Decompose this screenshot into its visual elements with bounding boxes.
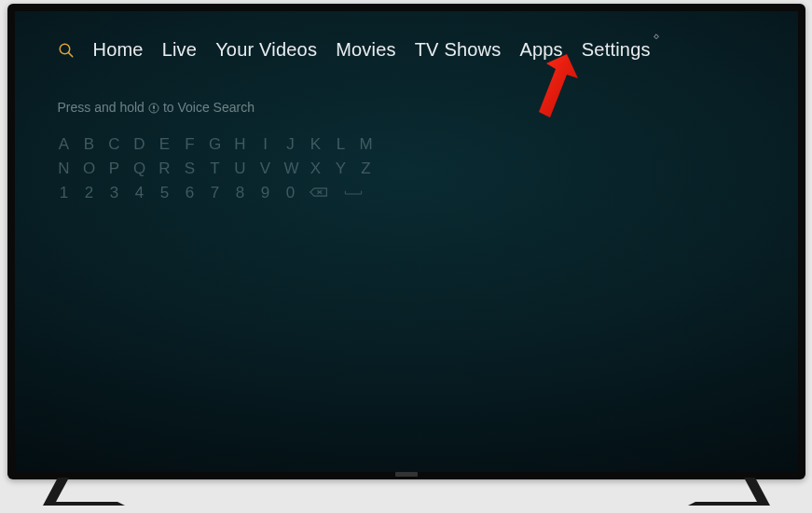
key[interactable]: R <box>158 159 172 178</box>
key[interactable]: Q <box>133 159 146 178</box>
key[interactable]: 3 <box>108 184 121 202</box>
tv-brand-logo <box>395 472 418 477</box>
key[interactable]: L <box>335 135 348 154</box>
nav-apps[interactable]: Apps <box>519 39 562 61</box>
top-navigation: Home Live Your Videos Movies TV Shows Ap… <box>58 39 755 61</box>
tv-leg-right <box>688 478 770 506</box>
key[interactable]: N <box>58 159 71 178</box>
key[interactable]: W <box>284 159 297 178</box>
key[interactable]: O <box>83 159 96 178</box>
key[interactable]: I <box>259 135 272 154</box>
key[interactable]: 8 <box>234 184 247 202</box>
nav-settings[interactable]: Settings <box>582 39 651 61</box>
svg-rect-3 <box>153 105 155 109</box>
key[interactable]: J <box>284 135 297 154</box>
nav-home[interactable]: Home <box>93 39 144 61</box>
key[interactable]: Z <box>360 159 373 178</box>
key[interactable]: A <box>58 135 71 154</box>
nav-tv-shows[interactable]: TV Shows <box>415 39 502 61</box>
key[interactable]: 5 <box>158 184 172 202</box>
notification-badge-icon <box>653 34 660 41</box>
key[interactable]: Y <box>335 159 348 178</box>
key[interactable]: 9 <box>259 184 272 202</box>
key[interactable]: T <box>209 159 222 178</box>
key[interactable]: 1 <box>58 184 71 202</box>
svg-line-1 <box>68 52 72 56</box>
key[interactable]: P <box>108 159 121 178</box>
key[interactable]: H <box>234 135 247 154</box>
key[interactable]: V <box>259 159 272 178</box>
key[interactable]: S <box>184 159 197 178</box>
tv-bezel: Home Live Your Videos Movies TV Shows Ap… <box>7 4 805 479</box>
annotation-arrow-icon <box>526 54 578 136</box>
key[interactable]: 2 <box>83 184 96 202</box>
key[interactable]: C <box>108 135 121 154</box>
key[interactable]: E <box>158 135 172 154</box>
tv-screen: Home Live Your Videos Movies TV Shows Ap… <box>15 11 798 472</box>
key[interactable]: 6 <box>184 184 197 202</box>
key[interactable]: U <box>234 159 247 178</box>
key[interactable]: B <box>83 135 96 154</box>
tv-stand <box>7 479 805 507</box>
key[interactable]: G <box>209 135 222 154</box>
nav-your-videos[interactable]: Your Videos <box>215 39 317 61</box>
nav-movies[interactable]: Movies <box>336 39 396 61</box>
tv-leg-left <box>43 478 125 506</box>
key[interactable]: X <box>310 159 323 178</box>
keyboard-row-3: 1 2 3 4 5 6 7 8 9 0 <box>58 184 755 202</box>
key[interactable]: 4 <box>133 184 146 202</box>
search-icon[interactable] <box>58 42 75 59</box>
key[interactable]: 7 <box>209 184 222 202</box>
microphone-icon <box>148 102 159 113</box>
hint-suffix: to Voice Search <box>163 100 255 115</box>
space-key[interactable] <box>340 184 366 202</box>
key[interactable]: K <box>310 135 323 154</box>
key[interactable]: D <box>133 135 146 154</box>
tv-frame: Home Live Your Videos Movies TV Shows Ap… <box>7 4 805 507</box>
keyboard-row-2: N O P Q R S T U V W X Y Z <box>58 159 755 178</box>
nav-live[interactable]: Live <box>162 39 198 61</box>
hint-prefix: Press and hold <box>58 100 145 115</box>
key[interactable]: 0 <box>284 184 297 202</box>
key[interactable]: M <box>360 135 373 154</box>
nav-settings-label: Settings <box>582 39 651 60</box>
voice-search-hint: Press and hold to Voice Search <box>58 100 755 115</box>
keyboard-row-1: A B C D E F G H I J K L M <box>58 135 755 154</box>
key[interactable]: F <box>184 135 197 154</box>
backspace-key[interactable] <box>310 184 328 202</box>
on-screen-keyboard: A B C D E F G H I J K L M N O P <box>58 135 755 202</box>
